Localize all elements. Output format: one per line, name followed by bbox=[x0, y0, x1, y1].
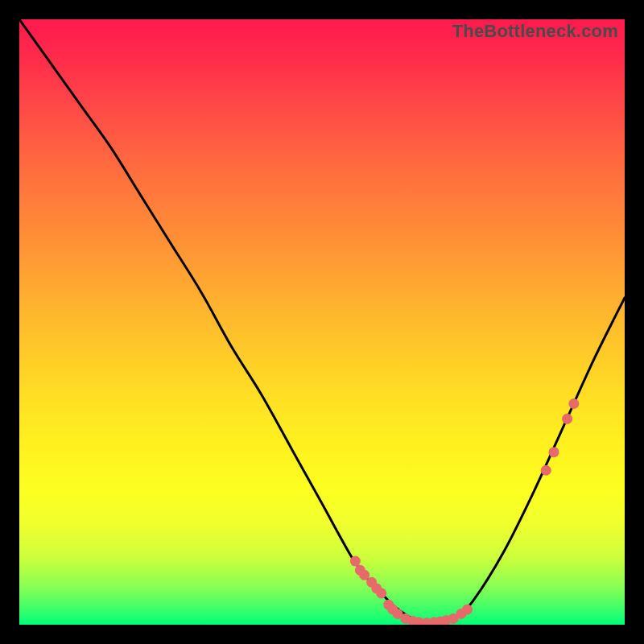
chart-frame: TheBottleneck.com bbox=[19, 19, 625, 625]
data-marker bbox=[562, 414, 572, 424]
data-marker bbox=[462, 605, 473, 615]
data-marker bbox=[549, 447, 559, 457]
bottleneck-chart bbox=[19, 19, 625, 625]
data-marker bbox=[350, 556, 361, 567]
data-marker bbox=[376, 588, 386, 598]
data-marker bbox=[541, 465, 551, 476]
data-marker bbox=[568, 398, 579, 409]
curve-line bbox=[19, 19, 625, 623]
